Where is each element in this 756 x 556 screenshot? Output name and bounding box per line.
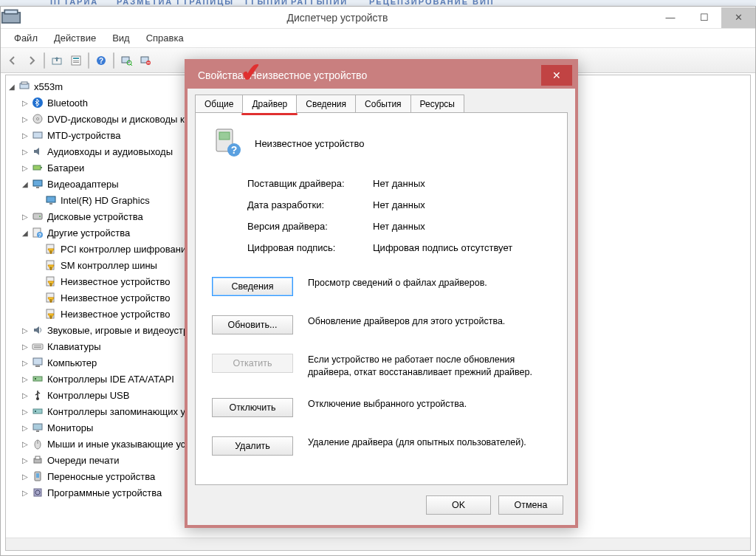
expand-icon[interactable]: ▷ [19, 424, 31, 432]
svg-rect-62 [219, 132, 230, 140]
uninstall-button[interactable] [137, 52, 154, 69]
svg-rect-4 [73, 58, 79, 59]
dialog-close-button[interactable]: ✕ [541, 65, 572, 86]
svg-rect-50 [35, 411, 36, 412]
soft-icon [31, 487, 44, 498]
expand-icon[interactable]: ▷ [19, 326, 31, 334]
svg-rect-6 [73, 62, 79, 63]
up-button[interactable] [48, 52, 66, 69]
disable-device-desc: Отключение выбранного устройства. [308, 398, 551, 417]
version-value: Нет данных [373, 221, 551, 232]
svg-rect-46 [33, 377, 42, 381]
svg-point-18 [37, 118, 39, 120]
expand-icon[interactable]: ▷ [19, 391, 31, 399]
driver-details-button[interactable]: Сведения [212, 277, 293, 296]
svg-rect-15 [21, 82, 27, 84]
stor-icon [31, 405, 44, 417]
tree-item-label: Контроллеры USB [47, 390, 129, 401]
minimize-button[interactable]: — [653, 7, 687, 28]
expand-icon[interactable]: ▷ [19, 489, 31, 497]
expand-icon[interactable]: ▷ [19, 115, 31, 123]
svg-text:?: ? [99, 57, 103, 65]
menu-file[interactable]: Файл [7, 30, 45, 46]
expand-icon[interactable]: ▷ [19, 99, 31, 107]
tree-item-label: Дисковые устройства [47, 211, 143, 222]
tab-resources[interactable]: Ресурсы [410, 95, 464, 113]
device-icon: ? [212, 128, 243, 159]
app-icon [1, 7, 21, 28]
svg-point-16 [32, 97, 43, 108]
svg-rect-26 [33, 213, 42, 219]
svg-text:?: ? [231, 144, 238, 156]
tree-item-label: Аудиовходы и аудиовыходы [47, 146, 173, 157]
tree-item-label: Неизвестное устройство [61, 309, 171, 320]
other-icon: ? [31, 227, 44, 238]
horizontal-scrollbar[interactable] [6, 538, 750, 550]
ide-icon [31, 373, 44, 385]
pc-icon [31, 357, 44, 368]
svg-rect-22 [33, 180, 42, 186]
signature-label: Цифровая подпись: [247, 242, 373, 253]
expand-icon[interactable]: ▷ [19, 408, 31, 416]
tab-general[interactable]: Общие [195, 95, 243, 113]
svg-rect-13 [147, 62, 150, 63]
scan-button[interactable] [117, 52, 135, 69]
menu-help[interactable]: Справка [139, 30, 191, 46]
provider-value: Нет данных [373, 178, 551, 189]
collapse-icon[interactable]: ◢ [19, 229, 31, 237]
expand-icon[interactable]: ▷ [19, 359, 31, 367]
expand-icon[interactable]: ▷ [19, 148, 31, 156]
menu-action[interactable]: Действие [47, 30, 103, 46]
properties-button[interactable] [67, 52, 85, 69]
update-driver-button[interactable]: Обновить... [212, 315, 293, 334]
expand-icon[interactable]: ▷ [19, 375, 31, 383]
maximize-button[interactable]: ☐ [687, 7, 721, 28]
expand-icon[interactable]: ▷ [19, 473, 31, 481]
tab-details[interactable]: Сведения [296, 95, 356, 113]
sound-icon [31, 324, 44, 336]
cancel-button[interactable]: Отмена [498, 495, 563, 515]
collapse-icon[interactable]: ◢ [19, 180, 31, 188]
tree-item-label: Компьютер [47, 357, 97, 368]
rollback-driver-desc: Если устройство не работает после обновл… [308, 354, 551, 379]
tab-events[interactable]: События [355, 95, 411, 113]
version-label: Версия драйвера: [247, 221, 373, 232]
svg-point-27 [39, 216, 41, 217]
menu-view[interactable]: Вид [105, 30, 137, 46]
svg-rect-25 [49, 203, 52, 205]
forward-button[interactable] [23, 52, 41, 69]
signature-value: Цифровая подпись отсутствует [373, 242, 551, 253]
expand-icon[interactable]: ▷ [19, 343, 31, 351]
warn-icon: ! [44, 243, 58, 255]
back-button[interactable] [4, 52, 21, 69]
ok-button[interactable]: OK [426, 495, 491, 515]
uninstall-driver-desc: Удаление драйвера (для опытных пользоват… [308, 436, 551, 456]
uninstall-driver-button[interactable]: Удалить [212, 436, 293, 456]
svg-text:!: ! [50, 266, 52, 270]
date-value: Нет данных [373, 199, 551, 210]
expand-icon[interactable]: ▷ [19, 456, 31, 464]
expand-icon[interactable]: ▷ [19, 440, 31, 448]
menubar: Файл Действие Вид Справка [1, 29, 755, 48]
close-button[interactable]: ✕ [721, 7, 755, 28]
tree-item-label: Bluetooth [47, 97, 88, 109]
expand-icon[interactable]: ▷ [19, 131, 31, 140]
tree-item-label: Переносные устройства [47, 471, 155, 482]
rollback-driver-button: Откатить [212, 354, 293, 373]
warn-icon: ! [44, 275, 58, 287]
titlebar: Диспетчер устройств — ☐ ✕ [1, 7, 755, 29]
svg-rect-1 [4, 10, 18, 13]
expand-icon[interactable]: ▷ [19, 213, 31, 221]
svg-point-48 [36, 397, 39, 400]
tree-item-label: Неизвестное устройство [61, 276, 171, 287]
svg-rect-43 [34, 347, 41, 348]
svg-rect-23 [36, 187, 39, 188]
expand-icon[interactable]: ▷ [19, 164, 31, 172]
tab-driver[interactable]: Драйвер [242, 95, 297, 114]
help-button[interactable]: ? [92, 52, 110, 69]
tab-panel-driver: ? Неизвестное устройство Поставщик драйв… [195, 112, 568, 485]
collapse-icon[interactable]: ◢ [6, 83, 18, 91]
disable-device-button[interactable]: Отключить [212, 398, 293, 417]
tree-item-label: Мониторы [47, 422, 93, 433]
date-label: Дата разработки: [247, 199, 373, 210]
